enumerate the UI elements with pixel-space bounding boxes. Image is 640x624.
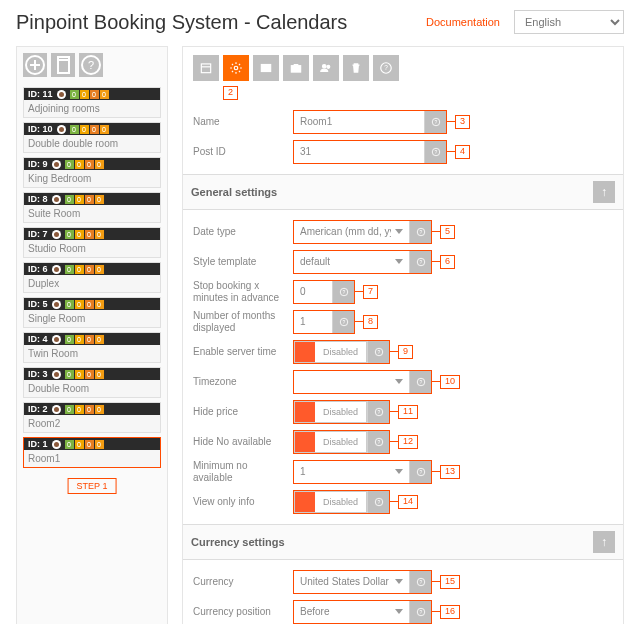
svg-text:?: ? [419, 378, 422, 384]
calendar-item[interactable]: ID: 80000Suite Room [23, 192, 161, 223]
hideno-toggle[interactable]: Disabled [294, 431, 367, 453]
help-icon[interactable]: ? [409, 571, 431, 593]
calendar-item[interactable]: ID: 50000Single Room [23, 297, 161, 328]
tab-settings[interactable] [223, 55, 249, 81]
calendar-item[interactable]: ID: 10000Room1 [23, 437, 161, 468]
calendar-name: Duplex [24, 275, 160, 292]
svg-point-5 [234, 66, 238, 70]
currency-select[interactable]: United States Dollar [294, 571, 409, 593]
help-button[interactable]: ? [79, 53, 103, 77]
name-input[interactable] [294, 111, 424, 133]
datetype-select[interactable]: American (mm dd, yyyy) [294, 221, 409, 243]
svg-text:?: ? [342, 318, 345, 324]
minno-select[interactable]: 1 [294, 461, 409, 483]
tz-select[interactable] [294, 371, 409, 393]
help-icon[interactable]: ? [367, 491, 389, 513]
callout-6: 6 [440, 255, 455, 269]
tab-help[interactable]: ? [373, 55, 399, 81]
tab-users[interactable] [313, 55, 339, 81]
calendar-name: Twin Room [24, 345, 160, 362]
svg-rect-1 [58, 60, 69, 73]
help-icon[interactable]: ? [332, 311, 354, 333]
help-icon[interactable]: ? [409, 221, 431, 243]
avatar-icon [52, 440, 61, 449]
help-icon[interactable]: ? [409, 251, 431, 273]
collapse-button[interactable]: ↑ [593, 531, 615, 553]
viewonly-toggle[interactable]: Disabled [294, 491, 367, 513]
callout-14: 14 [398, 495, 418, 509]
help-icon[interactable]: ? [367, 341, 389, 363]
calendar-name: Adjoining rooms [24, 100, 160, 117]
svg-text:?: ? [377, 438, 380, 444]
tab-case[interactable] [283, 55, 309, 81]
callout-2: 2 [223, 86, 238, 100]
minno-label: Minimum no available [193, 460, 293, 484]
calendar-item[interactable]: ID: 70000Studio Room [23, 227, 161, 258]
calendar-name: Double double room [24, 135, 160, 152]
avatar-icon [52, 160, 61, 169]
svg-text:?: ? [419, 228, 422, 234]
svg-text:?: ? [88, 59, 94, 71]
svg-rect-4 [201, 64, 210, 73]
language-select[interactable]: English [514, 10, 624, 34]
avatar-icon [52, 195, 61, 204]
documentation-link[interactable]: Documentation [426, 16, 500, 28]
avatar-icon [52, 370, 61, 379]
help-icon[interactable]: ? [409, 601, 431, 623]
calendar-id: ID: 11 [28, 89, 53, 99]
calendar-item[interactable]: ID: 40000Twin Room [23, 332, 161, 363]
svg-text:?: ? [434, 118, 437, 124]
calendar-item[interactable]: ID: 20000Room2 [23, 402, 161, 433]
avatar-icon [52, 300, 61, 309]
postid-input[interactable] [294, 141, 424, 163]
stop-input[interactable] [294, 281, 332, 303]
svg-text:?: ? [384, 64, 388, 71]
callout-9: 9 [398, 345, 413, 359]
callout-7: 7 [363, 285, 378, 299]
main-panel: ? 2 Name ? 3 Post ID ? 4 General setting… [182, 46, 624, 624]
calendar-item[interactable]: ID: 90000King Bedroom [23, 157, 161, 188]
add-calendar-button[interactable] [23, 53, 47, 77]
calendar-item[interactable]: ID: 110000Adjoining rooms [23, 87, 161, 118]
svg-text:?: ? [419, 578, 422, 584]
avatar-icon [52, 335, 61, 344]
callout-12: 12 [398, 435, 418, 449]
callout-13: 13 [440, 465, 460, 479]
months-input[interactable] [294, 311, 332, 333]
calendar-name: Double Room [24, 380, 160, 397]
tab-delete[interactable] [343, 55, 369, 81]
help-icon[interactable]: ? [367, 431, 389, 453]
datetype-label: Date type [193, 226, 293, 238]
calendar-item[interactable]: ID: 30000Double Room [23, 367, 161, 398]
callout-3: 3 [455, 115, 470, 129]
help-icon[interactable]: ? [409, 371, 431, 393]
hideprice-toggle[interactable]: Disabled [294, 401, 367, 423]
avatar-icon [52, 405, 61, 414]
help-icon[interactable]: ? [424, 111, 446, 133]
svg-point-9 [327, 65, 330, 68]
help-icon[interactable]: ? [409, 461, 431, 483]
tab-email[interactable] [253, 55, 279, 81]
calendar-item[interactable]: ID: 100000Double double room [23, 122, 161, 153]
style-select[interactable]: default [294, 251, 409, 273]
help-icon[interactable]: ? [367, 401, 389, 423]
sidebar: ? ID: 110000Adjoining roomsID: 100000Dou… [16, 46, 168, 624]
collapse-button[interactable]: ↑ [593, 181, 615, 203]
copy-calendar-button[interactable] [51, 53, 75, 77]
calendar-id: ID: 9 [28, 159, 48, 169]
curpos-select[interactable]: Before [294, 601, 409, 623]
hideno-label: Hide No available [193, 436, 293, 448]
hideprice-label: Hide price [193, 406, 293, 418]
tz-label: Timezone [193, 376, 293, 388]
callout-5: 5 [440, 225, 455, 239]
help-icon[interactable]: ? [332, 281, 354, 303]
calendar-id: ID: 10 [28, 124, 53, 134]
name-label: Name [193, 116, 293, 128]
help-icon[interactable]: ? [424, 141, 446, 163]
curpos-label: Currency position [193, 606, 293, 618]
server-toggle[interactable]: Disabled [294, 341, 367, 363]
months-label: Number of months displayed [193, 310, 293, 334]
step-1-callout: STEP 1 [68, 478, 117, 494]
tab-calendar[interactable] [193, 55, 219, 81]
calendar-item[interactable]: ID: 60000Duplex [23, 262, 161, 293]
